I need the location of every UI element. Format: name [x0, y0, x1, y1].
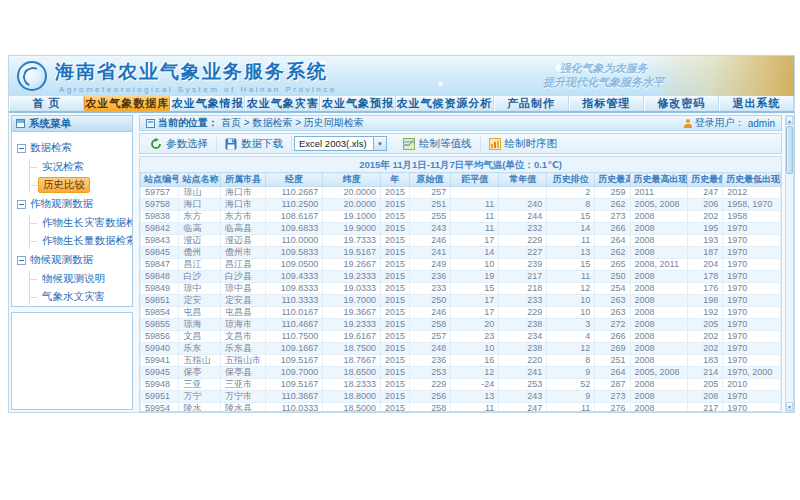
params-select-button[interactable]: 参数选择 — [142, 136, 217, 151]
table-row[interactable]: 59838东方东方市108.616719.1000201525511244152… — [141, 211, 781, 223]
sidebar-group-2[interactable]: 作物观测数据 — [17, 195, 129, 213]
table-row[interactable]: 59940乐东乐东县109.166718.7500201524810238122… — [141, 343, 781, 355]
column-header[interactable]: 站点编号 — [141, 173, 179, 187]
table-row[interactable]: 59854屯昌屯昌县110.016719.3667201524617229102… — [141, 307, 781, 319]
collapse-icon[interactable] — [17, 200, 26, 209]
column-header[interactable]: 常年值 — [499, 173, 547, 187]
nav-item-1[interactable]: 首 页 — [9, 96, 84, 111]
nav-item-6[interactable]: 农业气候资源分析 — [396, 96, 494, 111]
table-row[interactable]: 59848白沙白沙县109.433319.2333201523619217112… — [141, 271, 781, 283]
table-cell: 19.6167 — [323, 331, 381, 343]
table-cell: 110.2500 — [265, 199, 323, 211]
nav-item-10[interactable]: 退出系统 — [719, 96, 794, 111]
table-cell: 文昌 — [179, 331, 221, 343]
table-row[interactable]: 59843澄迈澄迈县110.000019.7333201524617229112… — [141, 235, 781, 247]
column-header[interactable]: 历史最高 — [595, 173, 630, 187]
table-cell: 59843 — [141, 235, 179, 247]
table-cell: 东方 — [179, 211, 221, 223]
table-cell: 17 — [451, 307, 499, 319]
table-row[interactable]: 59758海口海口市110.250020.0000201525111240826… — [141, 199, 781, 211]
table-row[interactable]: 59941五指山五指山市109.516718.76672015236162208… — [141, 355, 781, 367]
table-cell: 59855 — [141, 319, 179, 331]
sidebar-item[interactable]: 物候观测说明 — [38, 271, 109, 287]
scroll-down-icon[interactable]: ▼ — [786, 402, 793, 411]
table-cell: 243 — [409, 223, 451, 235]
sidebar-item[interactable]: 作物生长灾害数据检索 — [38, 215, 133, 231]
table-cell: 1970 — [723, 295, 781, 307]
nav-item-5[interactable]: 农业气象预报 — [320, 96, 395, 111]
table-row[interactable]: 59954陵水陵水县110.033318.5000201525811247112… — [141, 403, 781, 413]
collapse-icon[interactable] — [17, 144, 26, 153]
table-row[interactable]: 59856文昌文昌市110.750019.6167201525723234426… — [141, 331, 781, 343]
column-header[interactable]: 历史最低 — [688, 173, 723, 187]
table-cell: 287 — [595, 379, 630, 391]
collapse-icon[interactable] — [17, 256, 26, 265]
table-row[interactable]: 59851定安定安县110.333319.7000201525017233102… — [141, 295, 781, 307]
sidebar-item[interactable]: 实况检索 — [38, 159, 88, 175]
nav-item-2[interactable]: 农业气象数据库 — [84, 96, 170, 111]
table-row[interactable]: 59948三亚三亚市109.516718.23332015229-2425352… — [141, 379, 781, 391]
table-cell: 19.3667 — [323, 307, 381, 319]
table-row[interactable]: 59842临高临高县109.683319.9000201524311232142… — [141, 223, 781, 235]
breadcrumb-path[interactable]: 首页 > 数据检索 > 历史同期检索 — [221, 116, 364, 130]
table-cell: 2015 — [380, 295, 409, 307]
sidebar-item[interactable]: 作物生长量数据检索 — [38, 233, 133, 249]
table-cell: 2010 — [723, 379, 781, 391]
sidebar-group-3[interactable]: 物候观测数据 — [17, 251, 129, 269]
table-row[interactable]: 59845儋州儋州市109.583319.5167201524114227132… — [141, 247, 781, 259]
app-banner: 海南省农业气象业务服务系统 Agrometeorological System … — [9, 56, 794, 96]
column-header[interactable]: 历史最低出现的年份 — [723, 173, 781, 187]
table-cell: 109.5167 — [265, 379, 323, 391]
column-header[interactable]: 站点名称 — [179, 173, 221, 187]
nav-item-7[interactable]: 产品制作 — [494, 96, 569, 111]
table-cell: 万宁市 — [220, 391, 265, 403]
draw-contour-button[interactable]: 绘制等值线 — [395, 136, 481, 151]
app-title: 海南省农业气象业务服务系统 — [55, 59, 337, 85]
table-row[interactable]: 59945保亭保亭县109.700018.6500201525312241926… — [141, 367, 781, 379]
column-header[interactable]: 距平值 — [451, 173, 499, 187]
column-header[interactable]: 经度 — [265, 173, 323, 187]
table-cell: 59851 — [141, 295, 179, 307]
format-select[interactable]: Excel 2003(.xls) ▼ — [294, 136, 387, 151]
scrollbar-thumb[interactable] — [786, 126, 793, 174]
table-cell: 109.0500 — [265, 259, 323, 271]
column-header[interactable]: 年 — [380, 173, 409, 187]
table-cell: 2008 — [630, 391, 688, 403]
location-icon — [146, 119, 155, 128]
column-header[interactable]: 原始值 — [409, 173, 451, 187]
table-cell: 2012 — [723, 187, 781, 199]
nav-item-4[interactable]: 农业气象灾害 — [245, 96, 320, 111]
sidebar-group-1[interactable]: 数据检索 — [17, 139, 129, 157]
table-cell: 59838 — [141, 211, 179, 223]
sidebar-item[interactable]: 气象水文灾害 — [38, 289, 109, 305]
nav-item-9[interactable]: 修改密码 — [644, 96, 719, 111]
data-download-button[interactable]: 数据下载 — [217, 136, 292, 151]
login-user: 登录用户： admin — [684, 116, 775, 130]
table-cell: 2008 — [630, 211, 688, 223]
sidebar-tree: 数据检索实况检索历史比较作物观测数据作物生长灾害数据检索作物生长量数据检索物候观… — [12, 132, 132, 307]
column-header[interactable]: 历史最高出现的年份 — [630, 173, 688, 187]
table-cell: -24 — [451, 379, 499, 391]
table-cell: 110.3667 — [265, 391, 323, 403]
vertical-scrollbar[interactable]: ▲ ▼ — [785, 115, 794, 412]
draw-timeseries-button[interactable]: 绘制时序图 — [481, 136, 566, 151]
table-row[interactable]: 59847昌江昌江县109.050019.2667201524910239152… — [141, 259, 781, 271]
table-cell: 217 — [499, 271, 547, 283]
column-header[interactable]: 历史排位 — [547, 173, 595, 187]
table-row[interactable]: 59951万宁万宁市110.366718.8000201525613243927… — [141, 391, 781, 403]
table-row[interactable]: 59855琼海琼海市110.466719.2333201525820238327… — [141, 319, 781, 331]
sidebar-item[interactable]: 历史比较 — [38, 177, 90, 193]
table-cell: 2008 — [630, 295, 688, 307]
chevron-down-icon[interactable]: ▼ — [373, 137, 386, 150]
scroll-up-icon[interactable]: ▲ — [786, 116, 793, 125]
nav-item-8[interactable]: 指标管理 — [569, 96, 644, 111]
column-header[interactable]: 所属市县 — [220, 173, 265, 187]
table-cell — [451, 187, 499, 199]
table-cell: 110.7500 — [265, 331, 323, 343]
table-row[interactable]: 59849琼中琼中县109.833319.0333201523315218122… — [141, 283, 781, 295]
nav-item-3[interactable]: 农业气象情报 — [170, 96, 245, 111]
column-header[interactable]: 纬度 — [323, 173, 381, 187]
table-row[interactable]: 59757琼山海口市110.266720.0000201525722592011… — [141, 187, 781, 199]
table-cell: 2008 — [630, 355, 688, 367]
breadcrumb-label: 当前的位置： — [158, 116, 218, 130]
